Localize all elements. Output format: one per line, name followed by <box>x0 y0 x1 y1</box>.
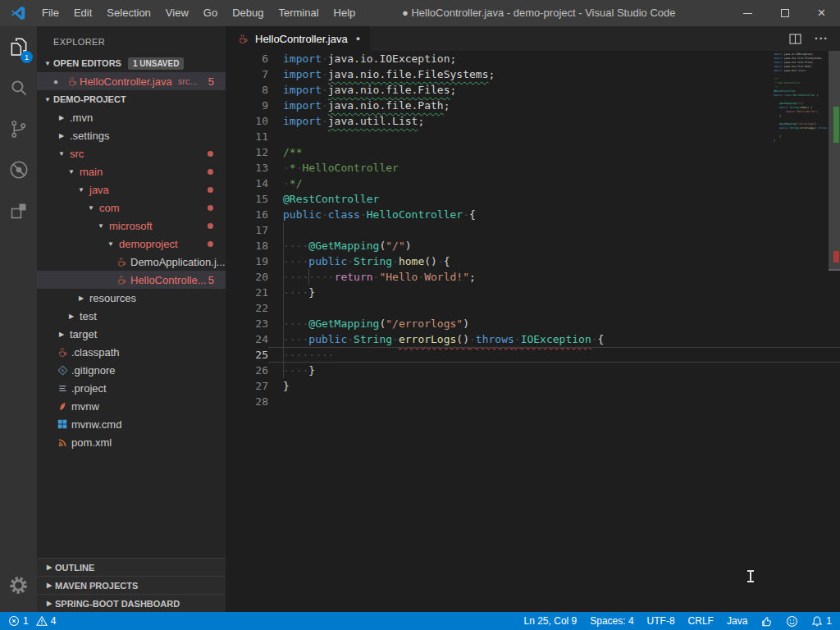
menu-help[interactable]: Help <box>326 0 363 26</box>
panel-outline[interactable]: ▶OUTLINE <box>37 558 226 576</box>
eol-setting[interactable]: CRLF <box>688 615 714 627</box>
line-number: 10 <box>226 113 268 129</box>
more-actions-icon[interactable]: ··· <box>815 32 829 45</box>
split-editor-icon[interactable] <box>789 34 801 44</box>
scrollbar-slider[interactable] <box>829 51 840 271</box>
minimap[interactable]: import java.io.IOException;import java.n… <box>759 52 834 147</box>
line-content[interactable]: ····@GetMapping("/errorlogs") <box>268 316 840 331</box>
line-content[interactable]: ·*/ <box>268 176 840 191</box>
source-control-icon[interactable] <box>0 108 37 149</box>
tree-item--classpath[interactable]: .classpath <box>37 343 226 361</box>
explorer-sidebar: EXPLORER ▼ OPEN EDITORS 1 UNSAVED ● Hell… <box>37 26 226 612</box>
maximize-button[interactable] <box>766 0 803 26</box>
line-content[interactable]: import·java.util.List; <box>268 113 840 129</box>
tree-item-demoproject[interactable]: ▼demoproject <box>37 235 226 253</box>
tree-item-label: main <box>80 166 103 178</box>
line-content[interactable] <box>268 222 840 238</box>
menu-terminal[interactable]: Terminal <box>271 0 326 26</box>
tree-item-main[interactable]: ▼main <box>37 162 226 180</box>
menu-selection[interactable]: Selection <box>99 0 158 26</box>
java-server-status-icon[interactable] <box>760 615 773 628</box>
tree-item-demoapplication-j-[interactable]: DemoApplication.j... <box>37 253 226 271</box>
project-section-header[interactable]: ▼ DEMO-PROJECT <box>37 90 226 108</box>
line-content[interactable]: ········ <box>268 347 840 363</box>
tree-item--gitignore[interactable]: .gitignore <box>37 361 226 379</box>
tree-item-pom-xml[interactable]: pom.xml <box>37 433 226 451</box>
panel-maven-projects[interactable]: ▶MAVEN PROJECTS <box>37 576 226 594</box>
code-editor[interactable]: 6import·java.io.IOException;7import·java… <box>226 51 840 612</box>
editor-scrollbar[interactable] <box>829 51 840 612</box>
menu-edit[interactable]: Edit <box>66 0 99 26</box>
debug-icon[interactable] <box>0 149 37 190</box>
tree-item-microsoft[interactable]: ▼microsoft <box>37 217 226 235</box>
activity-bar: 1 <box>0 26 37 612</box>
tree-item-java[interactable]: ▼java <box>37 180 226 199</box>
line-content[interactable]: ····@GetMapping("/") <box>268 238 840 253</box>
tab-hellocontroller[interactable]: HelloController.java ● <box>226 26 370 51</box>
feedback-smiley-icon[interactable] <box>786 615 798 628</box>
extensions-icon[interactable] <box>0 190 37 231</box>
open-editor-item[interactable]: ● HelloController.java src... 5 <box>37 72 226 90</box>
minimize-button[interactable] <box>729 0 766 26</box>
line-content[interactable]: public·class·HelloController·{ <box>268 207 840 222</box>
line-content[interactable] <box>268 300 840 316</box>
close-button[interactable]: × <box>803 0 840 26</box>
indentation-setting[interactable]: Spaces: 4 <box>590 615 633 627</box>
line-content[interactable]: @RestController <box>268 191 840 207</box>
tree-item-mvnw[interactable]: mvnw <box>37 397 226 415</box>
line-content[interactable]: ····} <box>268 285 840 300</box>
code-line-14: 14·*/ <box>226 176 840 191</box>
line-content[interactable]: ····} <box>268 363 840 378</box>
notifications-bell[interactable]: 1 <box>811 615 832 628</box>
menu-go[interactable]: Go <box>196 0 225 26</box>
search-icon[interactable] <box>0 67 37 108</box>
line-content[interactable]: ····public·String·errorLogs()·throws·IOE… <box>268 331 840 347</box>
menu-view[interactable]: View <box>158 0 196 26</box>
tree-item--mvn[interactable]: ▶.mvn <box>37 108 226 126</box>
settings-gear-icon[interactable] <box>0 564 37 605</box>
line-number: 22 <box>226 300 268 316</box>
code-line-15: 15@RestController <box>226 191 840 207</box>
line-content[interactable]: import·java.io.IOException; <box>268 51 840 66</box>
problems-indicator[interactable]: 1 4 <box>8 615 56 627</box>
cursor-position[interactable]: Ln 25, Col 9 <box>524 615 578 627</box>
tree-item-label: .mvn <box>70 112 93 124</box>
overview-error-marker <box>833 251 839 262</box>
tree-item-mvnw-cmd[interactable]: mvnw.cmd <box>37 415 226 433</box>
mouse-ibeam-cursor <box>746 569 756 583</box>
line-content[interactable]: ·*·HelloController <box>268 160 840 176</box>
tree-item-label: demoproject <box>119 238 178 250</box>
tree-item-resources[interactable]: ▶resources <box>37 289 226 307</box>
line-number: 19 <box>226 253 268 269</box>
explorer-icon[interactable]: 1 <box>0 26 37 67</box>
line-content[interactable] <box>268 394 840 409</box>
tree-item-com[interactable]: ▼com <box>37 199 226 217</box>
language-mode[interactable]: Java <box>727 615 747 627</box>
line-content[interactable]: ········return·"Hello·World!"; <box>268 269 840 285</box>
code-line-7: 7import·java.nio.file.FileSystems; <box>226 66 840 82</box>
tree-item-hellocontrolle-[interactable]: HelloControlle...5 <box>37 271 226 289</box>
tree-item--project[interactable]: .project <box>37 379 226 397</box>
line-content[interactable]: import·java.nio.file.Files; <box>268 82 840 98</box>
feather-file-icon <box>55 401 70 412</box>
line-content[interactable]: } <box>268 378 840 394</box>
line-content[interactable]: import·java.nio.file.FileSystems; <box>268 66 840 82</box>
menu-debug[interactable]: Debug <box>225 0 271 26</box>
encoding-setting[interactable]: UTF-8 <box>647 615 675 627</box>
error-count: 1 <box>23 615 29 627</box>
open-editors-header[interactable]: ▼ OPEN EDITORS 1 UNSAVED <box>37 54 226 72</box>
line-content[interactable]: ····public·String·home()·{ <box>268 253 840 269</box>
code-line-28: 28 <box>226 394 840 409</box>
problem-dot-badge <box>208 151 213 157</box>
line-content[interactable] <box>268 129 840 144</box>
panel-spring-boot-dashboard[interactable]: ▶SPRING-BOOT DASHBOARD <box>37 594 226 612</box>
java-file-icon <box>235 34 250 44</box>
tree-item-target[interactable]: ▶target <box>37 325 226 343</box>
line-content[interactable]: import·java.nio.file.Path; <box>268 98 840 113</box>
line-content[interactable]: /** <box>268 144 840 160</box>
tree-item--settings[interactable]: ▶.settings <box>37 126 226 144</box>
tree-item-test[interactable]: ▶test <box>37 307 226 325</box>
tree-item-src[interactable]: ▼src <box>37 144 226 162</box>
vscode-logo <box>10 5 26 21</box>
menu-file[interactable]: File <box>34 0 66 26</box>
